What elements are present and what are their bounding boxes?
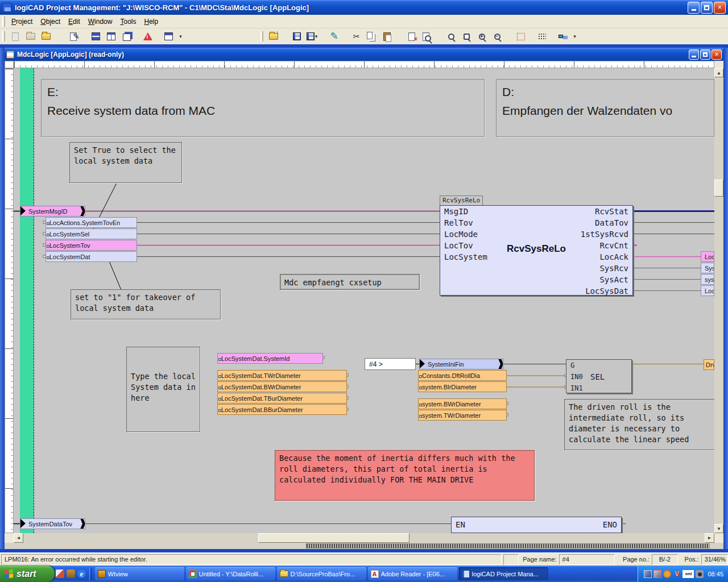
tray-viewer-icon[interactable]: ◉ <box>696 570 704 578</box>
quick-launch-ie-icon[interactable]: e <box>77 569 86 578</box>
var-loc-actions-system-tov-en[interactable]: LocActions.SystemTovEn <box>46 217 137 228</box>
child-close-button[interactable]: × <box>712 49 722 60</box>
menu-tools[interactable]: Tools <box>116 16 140 27</box>
var-locsystemdat-bwrdiameter[interactable]: LocSystemDat.BWrDiameter <box>217 381 347 392</box>
var-right-loc-2[interactable]: Loc <box>701 285 714 296</box>
comment-inertia[interactable]: Because the moment of inertia differs mu… <box>275 450 535 501</box>
quick-launch-icon-2[interactable] <box>67 569 75 578</box>
comment-mdc-empfaengt[interactable]: Mdc empfaengt cxsetup <box>280 274 420 290</box>
function-block-rcvsysrelo[interactable]: MsgID RelTov LocMode LocTov LocSystem Rc… <box>440 205 633 296</box>
menu-help[interactable]: Help <box>140 16 162 27</box>
paste-button[interactable] <box>380 30 394 43</box>
var-right-sys[interactable]: Sys <box>701 263 714 273</box>
horizontal-scrollbar[interactable]: ◄ ► <box>14 533 714 543</box>
comment-driven-roll[interactable]: The driven roll is the intermediate roll… <box>564 399 714 450</box>
comment-takeover[interactable]: set to "1" for takeover of local system … <box>71 289 221 319</box>
new-window-dropdown[interactable]: ▾ <box>177 30 184 43</box>
parent-folder-button[interactable]: ↑ <box>266 30 280 43</box>
start-button[interactable]: start <box>0 566 55 582</box>
var-locsystemdat-systemid[interactable]: LocSystemDat.SystemId <box>217 353 323 364</box>
new-document-button[interactable] <box>8 30 22 43</box>
cascade-button[interactable] <box>119 30 134 43</box>
section-title-e: Receive system data from MAC <box>47 102 484 120</box>
tile-vertical-button[interactable] <box>104 30 118 43</box>
check-document-button[interactable] <box>420 30 434 43</box>
error-list-button[interactable]: ! <box>140 30 155 43</box>
scroll-down-button[interactable]: ▼ <box>714 524 723 533</box>
task-adobe-reader[interactable]: A Adobe Reader - [E06... <box>368 567 457 580</box>
zoom-selection-button[interactable] <box>444 30 458 43</box>
task-untitled[interactable]: Untitled - Y:\DataRolli... <box>186 567 275 580</box>
vertical-scroll-thumb[interactable] <box>714 180 723 197</box>
child-maximize-button[interactable] <box>700 49 710 60</box>
scroll-up-button[interactable]: ▲ <box>714 68 723 77</box>
var-loc-system-dat[interactable]: LocSystemDat <box>46 251 137 262</box>
vertical-scrollbar[interactable]: ▲ ▼ <box>714 68 723 533</box>
sel-function-block[interactable]: G IN0 SEL IN1 <box>566 359 632 393</box>
toolbar: ✎ ! ▾ ↑ ▾ ✎ ✂ × + − ▾ <box>0 28 728 44</box>
save-button[interactable] <box>289 30 304 43</box>
var-locsystemdat-bburdiameter[interactable]: LocSystemDat.BBurDiameter <box>217 404 347 415</box>
var-system-bwrdiameter[interactable]: system.BWrDiameter <box>418 398 507 409</box>
var-drv-output[interactable]: DrvI <box>704 359 714 370</box>
open-button[interactable] <box>23 30 38 43</box>
var-right-syst[interactable]: syst <box>701 274 714 285</box>
section-header-english[interactable]: E: Receive system data from MAC <box>41 79 485 137</box>
grid-button[interactable] <box>535 30 549 43</box>
delete-document-button[interactable]: × <box>404 30 419 43</box>
section-header-german[interactable]: D: Empfangen der Walzendaten vo <box>496 79 714 137</box>
properties-button[interactable]: ✎ <box>68 30 82 43</box>
tray-antivirus-icon[interactable]: V <box>673 570 681 578</box>
edit-mode-button[interactable]: ✎ <box>327 30 341 43</box>
input-flag-system-data-tov[interactable]: SystemDataTov <box>20 518 85 529</box>
comment-type-here[interactable]: Type the local System data in here <box>126 347 200 432</box>
task-wtview[interactable]: Wtview <box>95 567 184 580</box>
var-loc-system-sel[interactable]: LocSystemSel <box>46 228 137 239</box>
maximize-button[interactable] <box>701 2 713 14</box>
function-block-tab[interactable]: RcvSysReLo <box>440 196 483 205</box>
close-button[interactable]: × <box>714 2 726 14</box>
tray-audio-icon[interactable] <box>663 570 671 578</box>
zoom-out-button[interactable]: − <box>490 30 504 43</box>
zoom-in-button[interactable]: + <box>475 30 489 43</box>
input-flag-system-ini-fin[interactable]: SystemIniFin <box>419 359 503 369</box>
child-minimize-button[interactable] <box>689 49 699 60</box>
fit-selection-button[interactable] <box>514 30 528 43</box>
menu-project[interactable]: Project <box>7 16 36 27</box>
quick-launch-icon-1[interactable] <box>56 569 64 578</box>
minimize-button[interactable] <box>688 2 700 14</box>
var-system-twrdiameter[interactable]: system.TWrDiameter <box>418 410 507 421</box>
task-explorer-folder[interactable]: D:\SourceProBas\Fro... <box>277 567 366 580</box>
scroll-right-button[interactable]: ► <box>705 533 714 543</box>
menu-window[interactable]: Window <box>84 16 117 27</box>
comment-set-true[interactable]: Set True to select the local system data <box>69 142 182 183</box>
constant-literal[interactable]: #4 > <box>365 358 416 370</box>
connect-mode-button[interactable] <box>556 30 570 43</box>
cut-button[interactable]: ✂ <box>349 30 363 43</box>
scroll-left-button[interactable]: ◄ <box>14 533 23 543</box>
var-right-loc-1[interactable]: Loc <box>701 251 714 262</box>
var-loc-system-tov[interactable]: LocSystemTov <box>46 240 137 251</box>
connect-mode-dropdown[interactable]: ▾ <box>571 30 578 43</box>
diagram-canvas[interactable]: E: Receive system data from MAC D: Empfa… <box>14 68 714 533</box>
copy-button[interactable] <box>365 30 379 43</box>
tray-network-icon[interactable] <box>644 570 652 578</box>
open-folder-button[interactable] <box>39 30 53 43</box>
zoom-page-button[interactable] <box>460 30 474 43</box>
menu-edit[interactable]: Edit <box>64 16 84 27</box>
var-constants-dftrolldia[interactable]: Constants.DftRollDia <box>418 370 507 381</box>
save-as-button[interactable]: ▾ <box>305 30 319 43</box>
tray-computer-error-icon[interactable] <box>653 570 661 578</box>
en-eno-block[interactable]: EN ENO <box>451 517 622 533</box>
menu-object[interactable]: Object <box>36 16 64 27</box>
tile-horizontal-button[interactable] <box>89 30 103 43</box>
tray-xml-icon[interactable]: xml <box>682 570 694 578</box>
var-system-blrdiameter[interactable]: system.BlrDiameter <box>418 381 507 392</box>
task-logicad-active[interactable]: logiCAD Project Mana... <box>459 567 548 580</box>
tile-horizontal-icon <box>92 32 100 40</box>
horizontal-scroll-thumb[interactable] <box>258 533 410 543</box>
input-flag-system-msg-id[interactable]: SystemMsgID <box>20 206 85 217</box>
new-window-button[interactable] <box>162 30 176 43</box>
var-locsystemdat-tburdiameter[interactable]: LocSystemDat.TBurDiameter <box>217 393 347 404</box>
var-locsystemdat-twrdiameter[interactable]: LocSystemDat.TWrDiameter <box>217 370 347 381</box>
